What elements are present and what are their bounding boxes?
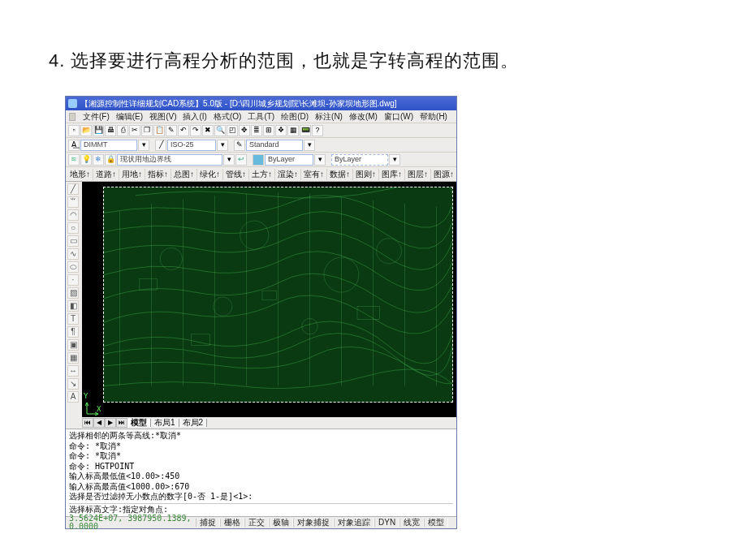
linetype-combo[interactable]: ByLayer [331, 154, 388, 166]
status-toggle[interactable]: DYN [374, 519, 399, 527]
undo-icon[interactable]: ↶ [178, 125, 189, 136]
hatch-icon[interactable]: ▨ [67, 287, 79, 299]
zoom-in-icon[interactable]: 🔍 [214, 125, 226, 136]
layout-tab[interactable]: 布局2 [179, 419, 208, 427]
copy-icon[interactable]: ❐ [141, 125, 153, 136]
menu-修改[interactable]: 修改(M) [346, 112, 381, 121]
layer-combo[interactable]: 现状用地边界线 [117, 154, 222, 166]
tab-prev-icon[interactable]: ◀ [93, 418, 105, 428]
status-toggle[interactable]: 模型 [424, 519, 448, 527]
design-center-icon[interactable]: ❖ [275, 125, 287, 136]
circle-icon[interactable]: ○ [67, 222, 79, 234]
domain-tab[interactable]: 图库↑ [379, 169, 405, 180]
layout-tab[interactable]: 布局1 [151, 419, 179, 427]
domain-tab[interactable]: 用地↑ [119, 169, 145, 180]
line-icon[interactable]: ╱ [67, 183, 79, 195]
table-icon[interactable]: ▦ [67, 352, 79, 364]
textstyle-icon[interactable]: ✎ [234, 140, 245, 151]
domain-tab[interactable]: 图层↑ [405, 169, 431, 180]
print-preview-icon[interactable]: ⎙ [117, 125, 128, 136]
point-icon[interactable]: · [67, 274, 79, 286]
dim-icon[interactable]: ↔ [67, 365, 79, 377]
iso-combo[interactable]: ISO-25 [167, 140, 216, 151]
zoom-window-icon[interactable]: ◰ [227, 125, 238, 136]
status-toggle[interactable]: 正交 [244, 519, 269, 527]
ltype-dd-icon[interactable]: ▾ [389, 154, 400, 166]
domain-tab[interactable]: 渲染↑ [275, 169, 301, 180]
tab-first-icon[interactable]: ⏮ [82, 418, 93, 428]
match-icon[interactable]: ✎ [166, 125, 177, 136]
menu-文件[interactable]: 文件(F) [80, 112, 113, 121]
menu-视图[interactable]: 视图(V) [146, 112, 179, 121]
domain-tab[interactable]: 图源↑ [431, 169, 456, 180]
eraser-icon[interactable]: ✖ [202, 125, 214, 136]
domain-tab[interactable]: 指标↑ [145, 169, 171, 180]
text-icon[interactable]: T [67, 313, 79, 325]
color-combo[interactable]: ByLayer [265, 154, 313, 166]
tool-palette-icon[interactable]: ▦ [287, 125, 299, 136]
domain-tab[interactable]: 道路↑ [93, 169, 119, 180]
dimstyle-icon[interactable]: A͟ [68, 140, 80, 151]
domain-tab[interactable]: 室有↑ [301, 169, 327, 180]
help-icon[interactable]: ? [312, 125, 323, 136]
save-icon[interactable]: 💾 [93, 125, 104, 136]
tab-next-icon[interactable]: ▶ [105, 418, 116, 428]
menu-窗口[interactable]: 窗口(W) [381, 112, 417, 121]
domain-tab[interactable]: 数据↑ [327, 169, 353, 180]
cut-icon[interactable]: ✂ [129, 125, 140, 136]
properties-icon[interactable]: ≣ [251, 125, 262, 136]
block-icon[interactable]: ▣ [67, 339, 79, 351]
arc-icon[interactable]: ◠ [67, 209, 79, 221]
menu-标注[interactable]: 标注(N) [312, 112, 346, 121]
pan-icon[interactable]: ✥ [239, 125, 250, 136]
ucs-icon[interactable]: ⊞ [263, 125, 274, 136]
dimstyle-combo[interactable]: DIMMT [80, 140, 137, 151]
domain-tab[interactable]: 管线↑ [223, 169, 249, 180]
paste-icon[interactable]: 📋 [153, 125, 165, 136]
domain-tab[interactable]: 地形↑ [67, 169, 93, 180]
layout-tab[interactable]: 模型 [127, 419, 151, 427]
menu-插入[interactable]: 插入(I) [179, 112, 209, 121]
textstyle-combo[interactable]: Standard [246, 140, 303, 151]
ellipse-icon[interactable]: ⬭ [67, 261, 79, 273]
leader-icon[interactable]: ↘ [67, 378, 79, 390]
layer-prev-icon[interactable]: ↩ [235, 154, 247, 166]
menu-工具[interactable]: 工具(T) [244, 112, 278, 121]
tab-last-icon[interactable]: ⏭ [116, 418, 127, 428]
spline-icon[interactable]: ∿ [67, 248, 79, 260]
status-toggle[interactable]: 栅格 [220, 519, 244, 527]
color-dd-icon[interactable]: ▾ [314, 154, 326, 166]
mtext-icon[interactable]: ¶ [67, 326, 79, 338]
layer-dd-icon[interactable]: ▾ [223, 154, 235, 166]
print-icon[interactable]: 🖶 [105, 125, 116, 136]
textstyle-dd-icon[interactable]: ▾ [304, 140, 315, 151]
menu-编辑[interactable]: 编辑(E) [113, 112, 146, 121]
layer-manager-icon[interactable]: ≋ [68, 154, 80, 166]
domain-tab[interactable]: 绿化↑ [197, 169, 223, 180]
color-swatch-icon[interactable] [253, 154, 264, 166]
status-toggle[interactable]: 对象追踪 [334, 519, 374, 527]
status-toggle[interactable]: 捕捉 [196, 519, 220, 527]
iso-dd-icon[interactable]: ▾ [217, 140, 228, 151]
open-file-icon[interactable]: 📂 [80, 125, 92, 136]
menu-帮助[interactable]: 帮助(H) [417, 112, 451, 121]
a-icon[interactable]: A [67, 391, 79, 403]
new-file-icon[interactable]: ▫ [68, 125, 80, 136]
domain-tab[interactable]: 总图↑ [171, 169, 197, 180]
dimstyle-dd-icon[interactable]: ▾ [138, 140, 149, 151]
polyline-icon[interactable]: ⺌ [67, 196, 79, 208]
domain-tab[interactable]: 土方↑ [249, 169, 275, 180]
drawing-canvas[interactable]: Y X [82, 182, 456, 417]
status-toggle[interactable]: 对象捕捉 [293, 519, 334, 527]
region-icon[interactable]: ◧ [67, 300, 79, 312]
command-window[interactable]: 选择相邻的两条等高线:*取消*命令: *取消*命令: *取消*命令: HGTPO… [66, 429, 456, 516]
calc-icon[interactable]: 📟 [300, 125, 311, 136]
bulb-icon[interactable]: 💡 [80, 154, 92, 166]
freeze-icon[interactable]: ❄ [93, 154, 104, 166]
menu-格式[interactable]: 格式(O) [210, 112, 244, 121]
menu-绘图[interactable]: 绘图(D) [278, 112, 312, 121]
rect-icon[interactable]: ▭ [67, 235, 79, 247]
redo-icon[interactable]: ↷ [190, 125, 201, 136]
lock-icon[interactable]: 🔒 [105, 154, 116, 166]
status-toggle[interactable]: 极轴 [269, 519, 293, 527]
